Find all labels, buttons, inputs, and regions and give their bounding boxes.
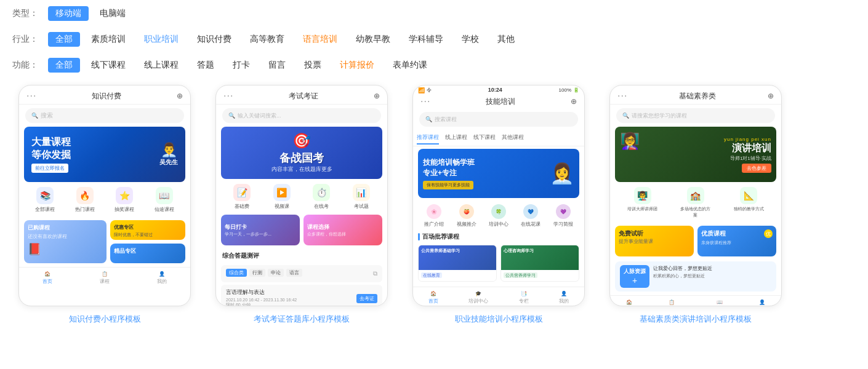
t4-icons-row: 👨‍🏫 培训大师讲师团 🏫 多场地优态的方案 📐 独特的教学方式 bbox=[610, 182, 781, 223]
t4-nav-home[interactable]: 🏠 首页 bbox=[624, 300, 634, 306]
t3-nav-home[interactable]: 🏠 首页 bbox=[428, 291, 438, 304]
industry-youjiao-btn[interactable]: 幼教早教 bbox=[348, 32, 398, 47]
t2-search[interactable]: 输入关键词搜索... bbox=[222, 108, 381, 123]
type-filter-label: 类型： bbox=[12, 8, 38, 19]
t2-practice-1[interactable]: 综合类 行测 申论 语言 ⧉ bbox=[221, 265, 382, 282]
func-online-btn[interactable]: 线上课程 bbox=[137, 58, 186, 73]
t3-cat-3[interactable]: 💙 在线花课 bbox=[521, 204, 540, 228]
t1-course-1[interactable]: 已购课程 还没有喜欢的课程 📕 bbox=[24, 220, 106, 263]
t4-card2[interactable]: 优质课程 优 亲身获课程推荐 bbox=[697, 226, 776, 256]
t3-cat-1[interactable]: 🍑 视频推介 bbox=[457, 204, 476, 228]
func-quiz-btn[interactable]: 答题 bbox=[190, 58, 222, 73]
t3-cat-2[interactable]: 🍀 培训中心 bbox=[489, 204, 508, 228]
t4-nav-mine[interactable]: 👤 我的 bbox=[757, 300, 767, 306]
t4-header-icon: ⊕ bbox=[768, 92, 774, 100]
type-mobile-btn[interactable]: 移动端 bbox=[48, 6, 89, 21]
t4-banner: 👩‍🏫 yun jiang pei xun 演讲培训 导师1对1辅导·实战 去色… bbox=[615, 127, 776, 182]
t2-practice-2[interactable]: 言语理解与表达 2021.10.20 16:42 - 2023.11.30 16… bbox=[221, 285, 382, 306]
func-checkin-btn[interactable]: 打卡 bbox=[225, 58, 257, 73]
industry-filter-row: 行业： 全部 素质培训 职业培训 知识付费 高等教育 语言培训 幼教早教 学科辅… bbox=[12, 32, 856, 47]
t3-search[interactable]: 搜索课程 bbox=[419, 112, 578, 127]
t3-tab-3[interactable]: 其他课程 bbox=[502, 132, 524, 145]
t3-nav-col-label: 专栏 bbox=[519, 298, 529, 304]
t3-tab-2[interactable]: 线下课程 bbox=[473, 132, 496, 145]
t1-course3-title: 精品专区 bbox=[114, 247, 182, 255]
function-filter-label: 功能： bbox=[12, 60, 38, 71]
t1-icon-label-4: 仙途课程 bbox=[155, 206, 174, 213]
industry-zhishi-btn[interactable]: 知识付费 bbox=[190, 32, 239, 47]
func-form-btn[interactable]: 表单约课 bbox=[385, 58, 435, 73]
t2-card1[interactable]: 每日打卡 学习一天，一步步一步... bbox=[221, 215, 300, 245]
t3-cat-4[interactable]: 💜 学习简报 bbox=[553, 204, 573, 228]
industry-zhiye-btn[interactable]: 职业培训 bbox=[137, 32, 186, 47]
t2-card2-title: 课程选择 bbox=[307, 223, 346, 231]
t3-course-1[interactable]: 心理咨询师学习 公共营养师学习 bbox=[500, 245, 579, 282]
t1-nav-mine[interactable]: 👤 我的 bbox=[157, 271, 167, 285]
industry-yuyan-btn[interactable]: 语言培训 bbox=[295, 32, 345, 47]
template-item-2[interactable]: ··· 考试考证 ⊕ 输入关键词搜索... 🎯 备战国考 内容丰富，在线题库更多 bbox=[209, 85, 394, 325]
t4-banner-btn[interactable]: 去色参差 bbox=[742, 164, 771, 173]
t1-icon-2[interactable]: 🔥 热门课程 bbox=[75, 187, 95, 213]
t3-nav-center[interactable]: 🎓 培训中心 bbox=[468, 291, 488, 304]
func-offline-btn[interactable]: 线下课程 bbox=[84, 58, 133, 73]
t4-search[interactable]: 请搜索您想学习的课程 bbox=[616, 108, 775, 123]
t4-cta1[interactable]: 人脉资源 + bbox=[620, 265, 649, 288]
t2-card1-title: 每日打卡 bbox=[225, 223, 271, 231]
t3-course-0[interactable]: 公共营养师基础学习 在线教育 bbox=[418, 245, 497, 282]
template-item-3[interactable]: 📶 令 10:24 100% 🔋 ··· 技能培训 ⊕ bbox=[406, 85, 591, 325]
t3-course-list: 公共营养师基础学习 在线教育 心理咨询师学习 公共营养师学习 bbox=[413, 242, 584, 284]
industry-suzhi-btn[interactable]: 素质培训 bbox=[84, 32, 133, 47]
t2-icon-4[interactable]: 📊 考试题 bbox=[353, 184, 370, 210]
t3-course1-title: 心理咨询师学习 bbox=[501, 245, 579, 256]
template-item-4[interactable]: ··· 基础素养类 ⊕ 请搜索您想学习的课程 👩‍🏫 yun jiang pei… bbox=[603, 85, 788, 325]
t4-nav-courses[interactable]: 📋 课程服务 bbox=[662, 300, 681, 306]
t3-tab-0[interactable]: 推荐课程 bbox=[417, 132, 439, 145]
t2-title: 考试考证 bbox=[289, 91, 318, 101]
t4-cta-section: 人脉资源 + 让我爱心回答，梦想更贴近 积累积累的心，梦想更贴近 bbox=[615, 261, 776, 292]
t3-nav-col[interactable]: 📑 专栏 bbox=[519, 291, 529, 304]
t3-banner: 技能培训畅学班 专业+专注 保有技能学习更多技能 👩‍💼 bbox=[418, 149, 579, 198]
t2-card2[interactable]: 课程选择 众多课程，你想选择 bbox=[303, 215, 382, 245]
t3-cat-0[interactable]: 🌸 推广介绍 bbox=[424, 204, 444, 228]
t1-search[interactable]: 搜索 bbox=[25, 108, 184, 123]
t4-title: 基础素养类 bbox=[679, 91, 716, 101]
t3-header: ··· 技能培训 ⊕ bbox=[413, 95, 584, 108]
industry-gaodeng-btn[interactable]: 高等教育 bbox=[243, 32, 292, 47]
industry-xueke-btn[interactable]: 学科辅导 bbox=[401, 32, 451, 47]
t1-course-2[interactable]: 优惠专区 限时优惠，不要错过 bbox=[110, 220, 185, 240]
industry-other-btn[interactable]: 其他 bbox=[490, 32, 522, 47]
t4-icon-1[interactable]: 🏫 多场地优态的方案 bbox=[680, 187, 711, 218]
industry-all-btn[interactable]: 全部 bbox=[48, 32, 80, 47]
t2-icon-3[interactable]: ⏱️ 在线考 bbox=[313, 184, 330, 210]
phone-frame-1: ··· 知识付费 ⊕ 搜索 大量课程 等你发掘 前往立即报名 👨‍� bbox=[18, 85, 191, 306]
t1-icon-3[interactable]: ⭐ 抽奖课程 bbox=[115, 187, 134, 213]
t1-icon-4[interactable]: 📖 仙途课程 bbox=[155, 187, 174, 213]
t3-cat-label-1: 视频推介 bbox=[457, 221, 476, 228]
t1-nav-courses[interactable]: 📋 课程 bbox=[100, 271, 110, 285]
template-3-name-highlight: 培训 bbox=[487, 314, 503, 323]
t3-nav-bar: 🏠 首页 🎓 培训中心 📑 专栏 👤 我的 bbox=[413, 287, 584, 306]
t3-battery-label: 100% bbox=[559, 87, 571, 93]
t2-icon-2[interactable]: ▶️ 视频课 bbox=[273, 184, 291, 210]
t1-banner-sub: 吴先生 bbox=[159, 158, 178, 167]
t1-course-3[interactable]: 精品专区 bbox=[110, 244, 185, 263]
t2-icon-1[interactable]: 📝 基础费 bbox=[233, 184, 251, 210]
t3-tab-1[interactable]: 线上课程 bbox=[445, 132, 467, 145]
t4-card1[interactable]: 免费试听 提升事业能量课 bbox=[615, 226, 694, 256]
t3-banner-tag: 保有技能学习更多技能 bbox=[423, 181, 473, 189]
t4-icon-2[interactable]: 📐 独特的教学方式 bbox=[734, 187, 764, 218]
t4-nav-train[interactable]: 📖 积累培训 bbox=[710, 300, 729, 306]
type-desktop-btn[interactable]: 电脑端 bbox=[92, 6, 133, 21]
t1-nav-home[interactable]: 🏠 首页 bbox=[42, 271, 52, 285]
t1-icon-1[interactable]: 📚 全部课程 bbox=[35, 187, 55, 213]
t4-icon-label-0: 培训大师讲师团 bbox=[627, 206, 657, 212]
func-vote-btn[interactable]: 投票 bbox=[297, 58, 329, 73]
func-message-btn[interactable]: 留言 bbox=[261, 58, 293, 73]
func-calc-btn[interactable]: 计算报价 bbox=[332, 58, 382, 73]
t1-banner-btn[interactable]: 前往立即报名 bbox=[31, 164, 68, 173]
t4-icon-0[interactable]: 👨‍🏫 培训大师讲师团 bbox=[627, 187, 657, 218]
func-all-btn[interactable]: 全部 bbox=[48, 58, 80, 73]
template-item-1[interactable]: ··· 知识付费 ⊕ 搜索 大量课程 等你发掘 前往立即报名 👨‍� bbox=[12, 85, 197, 325]
industry-xuexiao-btn[interactable]: 学校 bbox=[454, 32, 486, 47]
t3-nav-mine[interactable]: 👤 我的 bbox=[559, 291, 569, 304]
